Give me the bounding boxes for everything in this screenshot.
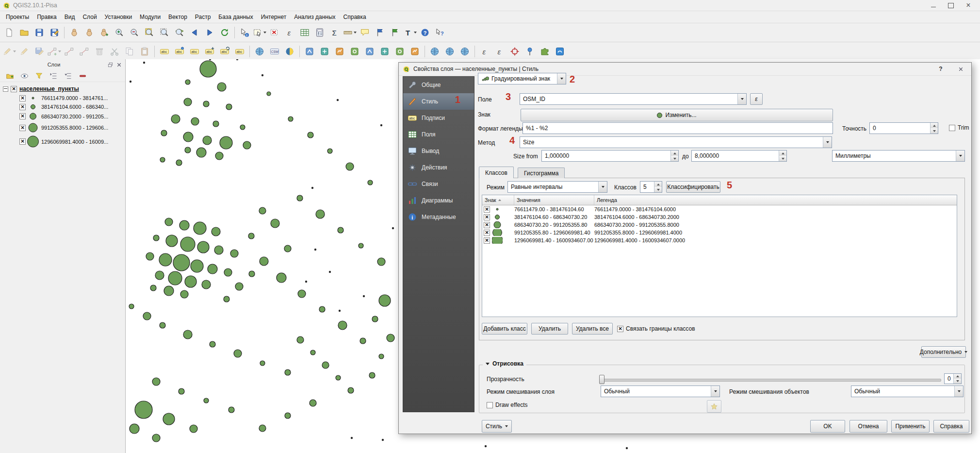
dialog-sidebar-item-1[interactable]: Стиль [403,93,474,110]
metasearch-csw-icon[interactable]: CSW [267,45,282,58]
dialog-sidebar-item-6[interactable]: Связи [403,176,474,192]
expand-all-icon[interactable] [48,70,59,81]
class-visibility-checkbox[interactable] [19,125,26,131]
close-button[interactable] [960,0,977,11]
classify-button[interactable]: Классифицировать [666,181,720,193]
menu-item-10[interactable]: Анализ данных [290,12,339,22]
tab-classes[interactable]: Классов [479,167,514,178]
labeling-icon[interactable]: abc [157,45,172,58]
layer-visibility-checkbox[interactable] [11,86,17,92]
float-panel-icon[interactable] [106,60,114,69]
pin-point-icon[interactable] [523,45,537,58]
row-visibility-checkbox[interactable] [484,237,490,244]
layer-name[interactable]: населенные_пункты [19,85,79,92]
cancel-button[interactable]: Отмена [849,420,887,433]
dialog-sidebar-item-4[interactable]: Вывод [403,143,474,159]
transparency-slider[interactable] [601,379,941,382]
menu-item-3[interactable]: Слой [79,12,100,22]
new-project-icon[interactable] [2,26,16,39]
style-menu-button[interactable]: Стиль [482,420,512,433]
row-visibility-checkbox[interactable] [484,206,490,213]
collapse-expander-icon[interactable] [3,86,8,92]
menu-item-4[interactable]: Установки [101,12,136,22]
remove-layer-icon[interactable] [77,70,88,81]
mode-combo[interactable]: Равные интервалы [507,181,607,193]
dialog-sidebar-item-8[interactable]: iМетаданные [403,209,474,225]
layer-class-item[interactable]: 381476104.6000 - 686340... [0,102,125,111]
measure-icon[interactable] [343,26,357,39]
menu-item-11[interactable]: Справка [340,12,370,22]
deselect-features-icon[interactable] [267,26,282,39]
move-label-icon[interactable]: abc [202,45,217,58]
layer-item[interactable]: населенные_пункты [0,84,125,94]
spin-arrows-icon[interactable] [779,151,786,161]
menu-item-5[interactable]: Модули [136,12,164,22]
simplify-feature-icon[interactable] [377,45,392,58]
column-header-legend[interactable]: Легенда [594,195,957,205]
statistics-icon[interactable]: Σ [327,26,342,39]
tab-histogram[interactable]: Гистограмма [518,168,565,178]
zoom-last-icon[interactable] [187,26,202,39]
menu-item-9[interactable]: Интернет [257,12,290,22]
layer-class-item[interactable]: 76611479.0000 - 3814761... [0,94,125,102]
advanced-button[interactable]: Дополнительно [921,346,966,358]
menu-item-6[interactable]: Вектор [164,12,191,22]
text-annotation-icon[interactable]: T [403,26,417,39]
row-visibility-checkbox[interactable] [484,222,490,228]
layer-class-item[interactable]: 686340730.2000 - 991205... [0,111,125,121]
open-attribute-table-icon[interactable] [297,26,312,39]
zoom-in-icon[interactable] [112,26,127,39]
refresh-map-icon[interactable] [217,26,232,39]
class-table-row[interactable]: 76611479.00 - 381476104.6076611479.0000 … [482,205,957,213]
dialog-sidebar-item-2[interactable]: abcПодписи [403,110,474,126]
layer-class-item[interactable]: 1296069981.4000 - 16009... [0,134,125,149]
draw-effects-checkbox[interactable] [487,402,493,408]
change-symbol-button[interactable]: Изменить... [521,109,833,121]
row-visibility-checkbox[interactable] [484,214,490,220]
manage-layer-visibility-icon[interactable] [18,70,30,81]
pin-labels-icon[interactable]: abc [172,45,187,58]
change-label-icon[interactable]: abc [232,45,247,58]
split-features-icon[interactable] [332,45,347,58]
classes-count-spinbox[interactable]: 5 [640,181,662,193]
trim-checkbox[interactable] [949,125,955,131]
feature-blending-combo[interactable]: Обычный [851,386,964,397]
save-project-icon[interactable] [32,26,47,39]
delete-all-classes-button[interactable]: Удалить все [572,323,613,335]
maximize-button[interactable] [942,0,960,11]
layer-blending-combo[interactable]: Обычный [601,386,720,397]
whats-this-icon[interactable]: ? [433,26,447,39]
dialog-close-button[interactable] [954,64,967,74]
spin-arrows-icon[interactable] [654,182,662,192]
map-tips-icon[interactable] [358,26,372,39]
dialog-sidebar-item-7[interactable]: Диаграммы [403,192,474,209]
field-combo[interactable]: OSM_ID [520,93,747,105]
zoom-full-icon[interactable] [142,26,157,39]
rendering-group-title[interactable]: Отрисовка [483,360,526,367]
wms-service-icon[interactable] [427,45,442,58]
open-project-icon[interactable] [17,26,32,39]
help-contents-icon[interactable]: ? [418,26,432,39]
size-units-combo[interactable]: Миллиметры [832,150,965,162]
link-class-boundaries-checkbox[interactable] [617,326,623,332]
zoom-to-layer-icon[interactable] [172,26,187,39]
method-combo[interactable]: Size [520,136,832,148]
class-table-row[interactable]: 991205355.80 - 1296069981.40991205355.80… [482,229,957,236]
offset-curve-icon[interactable] [302,45,317,58]
row-visibility-checkbox[interactable] [484,230,490,236]
field-calculator-icon[interactable] [312,26,327,39]
add-class-button[interactable]: Добавить класс [482,323,527,335]
class-table-row[interactable]: 686340730.20 - 991205355.80686340730.200… [482,221,957,229]
legend-format-input[interactable]: %1 - %2 [523,122,833,134]
expression-select-icon[interactable]: ε [477,45,492,58]
spin-arrows-icon[interactable] [953,374,961,384]
delete-ring-icon[interactable] [408,45,422,58]
menu-item-2[interactable]: Вид [61,12,79,22]
size-from-spinbox[interactable]: 1,000000 [541,150,679,162]
pan-to-selection-icon[interactable] [97,26,112,39]
transparency-slider-handle[interactable] [599,375,604,384]
expression-builder-button[interactable]: ε [750,93,763,105]
apply-button[interactable]: Применить [891,420,930,433]
class-visibility-checkbox[interactable] [19,95,26,101]
new-bookmark-icon[interactable] [373,26,387,39]
